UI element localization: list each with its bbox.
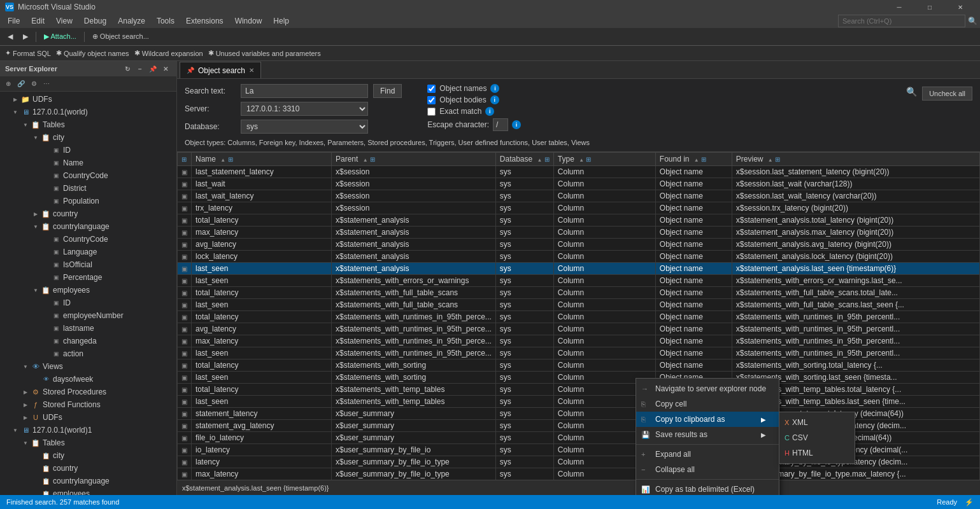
tree-item[interactable]: ▼ 📋 countrylanguage <box>0 220 176 233</box>
sidebar-properties-btn[interactable]: ⚙ <box>28 78 39 90</box>
table-row[interactable]: ▣total_latencyx$statements_with_sortings… <box>178 359 980 372</box>
minimize-btn[interactable]: ─ <box>884 0 914 14</box>
col-filter-icon[interactable]: ⊞ <box>586 156 591 163</box>
tree-expander[interactable]: ▼ <box>20 361 31 372</box>
object-names-checkbox[interactable] <box>427 85 436 93</box>
col-database-header[interactable]: Database ▲ ⊞ <box>495 153 553 166</box>
col-filter-icon[interactable]: ⊞ <box>775 156 780 163</box>
wildcard-btn[interactable]: ✱ Wildcard expansion <box>134 49 203 57</box>
table-row[interactable]: ▣max_latencyx$statement_analysissysColum… <box>178 227 980 239</box>
ctx-copy-cell-btn[interactable]: ⎘ Copy cell <box>636 396 779 412</box>
col-type-header[interactable]: Type ▲ ⊞ <box>553 153 655 166</box>
object-bodies-checkbox[interactable] <box>427 96 436 104</box>
table-row[interactable]: ▣trx_latencyx$sessionsysColumnObject nam… <box>178 202 980 214</box>
qualify-names-btn[interactable]: ✱ Qualify object names <box>56 49 129 57</box>
tree-item[interactable]: ▣ CountryCode <box>0 233 176 246</box>
menu-tools[interactable]: Tools <box>152 15 180 27</box>
table-row[interactable]: ▣last_seenx$statements_with_full_table_s… <box>178 299 980 311</box>
database-select[interactable]: sys <box>241 120 368 134</box>
close-btn[interactable]: ✕ <box>946 0 975 14</box>
unused-vars-btn[interactable]: ✱ Unused variables and parameters <box>208 49 321 57</box>
format-sql-btn[interactable]: ✦ Format SQL <box>5 49 51 57</box>
table-row[interactable]: ▣statement_avg_latencyx$user_summarysysC… <box>178 420 980 432</box>
tree-item[interactable]: ▣ Name <box>0 157 176 169</box>
tree-expander[interactable]: ▶ <box>20 387 31 397</box>
table-row[interactable]: ▣lock_latencyx$statement_analysissysColu… <box>178 251 980 263</box>
col-parent-header[interactable]: Parent ▲ ⊞ <box>332 153 496 166</box>
menu-extensions[interactable]: Extensions <box>181 15 229 27</box>
forward-btn[interactable]: ▶ <box>19 30 32 44</box>
global-search-input[interactable] <box>838 15 965 27</box>
run-btn[interactable]: ▶ Attach... <box>40 30 80 44</box>
tree-expander[interactable]: ▼ <box>20 120 31 130</box>
tree-item[interactable]: ▣ ID <box>0 144 176 157</box>
sidebar-new-btn[interactable]: ⊕ <box>3 78 14 90</box>
menu-window[interactable]: Window <box>230 15 267 27</box>
menu-help[interactable]: Help <box>268 15 294 27</box>
tree-item[interactable]: ▼ 📋 Tables <box>0 118 176 131</box>
ctx-navigate-btn[interactable]: → Navigate to server explorer node <box>636 381 779 396</box>
tree-item[interactable]: 📋 city <box>0 449 176 462</box>
tree-item[interactable]: ▣ ID <box>0 296 176 309</box>
tree-item[interactable]: ▣ employeeNumber <box>0 309 176 322</box>
ctx-copy-excel-btn[interactable]: 📊 Copy as tab delimited (Excel) <box>636 482 779 495</box>
col-foundin-header[interactable]: Found in ▲ ⊞ <box>655 153 732 166</box>
tree-item[interactable]: 📋 countrylanguage <box>0 475 176 487</box>
tree-item[interactable]: ▶ U UDFs <box>0 411 176 424</box>
tree-expander[interactable]: ▶ <box>31 209 41 219</box>
tree-item[interactable]: ▼ 📋 employees <box>0 284 176 296</box>
table-row[interactable]: ▣last_seenx$statements_with_runtimes_in_… <box>178 347 980 359</box>
tree-expander[interactable]: ▼ <box>31 132 41 143</box>
table-row[interactable]: ▣last_statement_latencyx$sessionsysColum… <box>178 166 980 178</box>
table-row[interactable]: ▣last_seenx$statements_with_temp_tabless… <box>178 396 980 408</box>
escape-char-info[interactable]: i <box>512 120 521 129</box>
col-preview-header[interactable]: Preview ▲ ⊞ <box>732 153 979 166</box>
sidebar-pin-btn[interactable]: 📌 <box>147 63 159 74</box>
back-btn[interactable]: ◀ <box>4 30 17 44</box>
object-names-info[interactable]: i <box>490 84 499 93</box>
object-bodies-info[interactable]: i <box>490 95 499 104</box>
menu-analyze[interactable]: Analyze <box>113 15 150 27</box>
tree-item[interactable]: ▣ changeda <box>0 335 176 347</box>
tree-expander[interactable]: ▼ <box>10 425 20 435</box>
ctx-save-results-btn[interactable]: 💾 Save results as ▶ <box>636 427 779 442</box>
exact-match-checkbox[interactable] <box>427 108 436 116</box>
object-search-btn[interactable]: ⊕ Object search... <box>89 30 153 44</box>
tree-item[interactable]: ▣ lastname <box>0 322 176 335</box>
table-row[interactable]: ▣total_latencyx$statements_with_temp_tab… <box>178 384 980 396</box>
col-icon-header[interactable]: ⊞ <box>178 153 192 166</box>
tree-item[interactable]: ▼ 📋 Tables <box>0 436 176 449</box>
table-row[interactable]: ▣max_latencyx$user_summary_by_file_io_ty… <box>178 468 980 480</box>
results-table-container[interactable]: ⊞ Name ▲ ⊞ Parent ▲ ⊞ <box>177 152 980 480</box>
sidebar-collapse-btn[interactable]: − <box>134 63 146 74</box>
table-row[interactable]: ▣avg_latencyx$statements_with_runtimes_i… <box>178 323 980 335</box>
tree-item[interactable]: 📋 country <box>0 462 176 475</box>
tree-expander[interactable]: ▼ <box>31 285 41 295</box>
ctx-csv-btn[interactable]: C CSV <box>779 430 855 445</box>
table-row[interactable]: ▣last_waitx$sessionsysColumnObject namex… <box>178 178 980 190</box>
tree-item[interactable]: ▼ 📋 city <box>0 131 176 144</box>
tree-item[interactable]: ▼ 🖥 127.0.0.1(world)1 <box>0 424 176 436</box>
ctx-copy-clipboard-btn[interactable]: ⎘ Copy to clipboard as ▶ X XML C CSV <box>636 412 779 427</box>
search-text-input[interactable] <box>241 84 368 98</box>
ctx-xml-btn[interactable]: X XML <box>779 415 855 430</box>
ctx-expand-all-btn[interactable]: + Expand all <box>636 447 779 462</box>
tree-item[interactable]: ▣ Percentage <box>0 271 176 284</box>
tree-item[interactable]: ▼ 👁 Views <box>0 360 176 373</box>
table-row[interactable]: ▣latencyx$user_summary_by_file_io_typesy… <box>178 456 980 468</box>
menu-file[interactable]: File <box>3 15 25 27</box>
tree-expander[interactable]: ▼ <box>10 107 20 117</box>
tree-item[interactable]: ▼ 🖥 127.0.0.1(world) <box>0 106 176 118</box>
col-filter-icon[interactable]: ⊞ <box>228 156 233 163</box>
tree-item[interactable]: ▣ District <box>0 182 176 195</box>
tab-close-btn[interactable]: ✕ <box>249 67 254 74</box>
sidebar-connect-btn[interactable]: 🔗 <box>15 78 27 90</box>
table-row[interactable]: ▣last_wait_latencyx$sessionsysColumnObje… <box>178 190 980 202</box>
sidebar-more-btn[interactable]: ⋯ <box>41 78 52 90</box>
sidebar-refresh-btn[interactable]: ↻ <box>122 63 133 74</box>
ctx-collapse-all-btn[interactable]: − Collapse all <box>636 462 779 477</box>
tree-expander[interactable]: ▶ <box>20 400 31 410</box>
tab-object-search[interactable]: 📌 Object search ✕ <box>180 62 261 78</box>
table-row[interactable]: ▣last_seenx$statements_with_sortingsysCo… <box>178 372 980 384</box>
tree-item[interactable]: ▣ action <box>0 347 176 360</box>
